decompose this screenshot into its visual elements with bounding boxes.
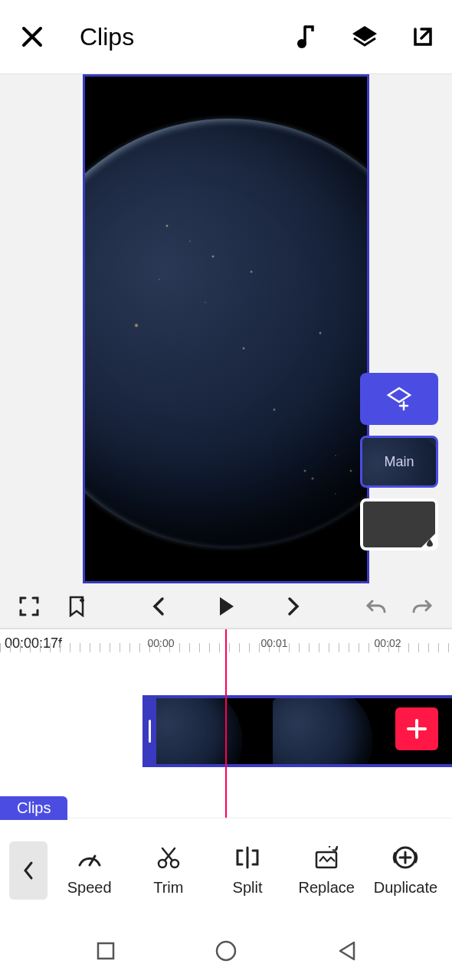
tool-label: Replace (299, 879, 355, 897)
preview-frame[interactable] (83, 74, 369, 583)
speed-icon (76, 844, 103, 871)
svg-point-6 (217, 942, 235, 960)
playback-controls (0, 585, 452, 628)
svg-rect-5 (98, 943, 113, 959)
system-nav-bar (0, 922, 452, 980)
earth-image (83, 119, 369, 547)
duplicate-tool[interactable]: Duplicate (368, 844, 443, 897)
chevron-left-icon (152, 596, 165, 616)
clip-thumbnail (142, 698, 273, 764)
music-icon (296, 24, 317, 50)
redo-icon (412, 598, 434, 615)
music-button[interactable] (293, 23, 320, 51)
add-clip-button[interactable] (395, 707, 438, 750)
close-button[interactable] (15, 20, 49, 54)
main-layer-button[interactable]: Main (360, 436, 438, 488)
triangle-back-icon (337, 941, 355, 961)
redo-button[interactable] (411, 594, 435, 619)
export-icon (411, 24, 435, 49)
plus-icon (405, 717, 428, 740)
tool-label: Speed (67, 879, 112, 897)
edit-toolbar: Speed Trim Split Replace Duplicate (0, 818, 452, 922)
clip-trim-handle[interactable] (142, 695, 156, 767)
droplet-icon (427, 539, 433, 547)
tool-label: Trim (153, 879, 183, 897)
next-frame-button[interactable] (281, 594, 306, 619)
add-layer-icon (385, 385, 413, 413)
top-bar: Clips (0, 0, 452, 74)
clips-tab[interactable]: Clips (0, 796, 67, 820)
replace-tool[interactable]: Replace (290, 844, 364, 897)
undo-icon (365, 598, 386, 615)
layers-icon (351, 24, 378, 49)
top-actions (293, 23, 437, 51)
bookmark-button[interactable] (64, 594, 89, 619)
page-title: Clips (80, 23, 293, 51)
speed-tool[interactable]: Speed (52, 844, 126, 897)
svg-point-0 (297, 39, 306, 48)
ruler-mark: 00:02 (374, 637, 401, 649)
split-tool[interactable]: Split (210, 844, 284, 897)
undo-button[interactable] (363, 594, 388, 619)
ruler-mark: 00:00 (147, 637, 174, 649)
clip-thumbnail (142, 764, 273, 767)
recents-button[interactable] (93, 938, 119, 964)
toolbar-back-button[interactable] (9, 841, 47, 900)
trim-icon (155, 844, 182, 871)
home-button[interactable] (213, 938, 239, 964)
chevron-right-icon (287, 596, 300, 616)
close-icon (21, 25, 44, 48)
tool-label: Split (233, 879, 263, 897)
back-button[interactable] (333, 938, 359, 964)
play-icon (217, 596, 235, 617)
prev-frame-button[interactable] (146, 594, 171, 619)
duplicate-icon (391, 844, 419, 871)
main-layer-label: Main (384, 454, 414, 470)
play-button[interactable] (214, 594, 238, 619)
fullscreen-button[interactable] (17, 594, 41, 619)
layer-panel: Main (360, 373, 438, 550)
bookmark-icon (67, 596, 86, 617)
export-button[interactable] (409, 23, 437, 51)
fullscreen-icon (19, 596, 39, 616)
background-layer-button[interactable] (360, 498, 438, 550)
split-icon (234, 844, 261, 871)
timeline[interactable]: 00:00:17f 00:00 00:01 00:02 Clips (0, 628, 452, 818)
add-layer-button[interactable] (360, 373, 438, 425)
layers-button[interactable] (351, 23, 378, 51)
preview-area: Main (0, 74, 452, 585)
trim-tool[interactable]: Trim (131, 844, 205, 897)
replace-icon (313, 844, 340, 871)
playhead[interactable] (225, 629, 227, 818)
clip-thumbnail (273, 698, 403, 764)
chevron-left-icon (22, 861, 34, 880)
square-icon (97, 942, 115, 960)
circle-icon (215, 940, 237, 962)
ruler-mark: 00:01 (260, 637, 287, 649)
tool-label: Duplicate (374, 879, 437, 897)
